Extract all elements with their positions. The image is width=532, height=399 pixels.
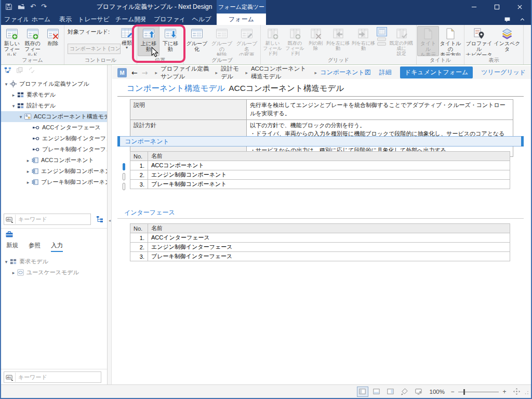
tree-item[interactable]: ▸ ブレーキ制御コンポーネント (1, 177, 107, 188)
row-option-icon[interactable] (377, 42, 386, 46)
row-name[interactable]: エンジン制御インターフェース (148, 243, 510, 252)
tree-item-selected[interactable]: ▾ ACCコンポーネント構造モデル (1, 111, 107, 122)
grid-style-toggle[interactable] (377, 27, 387, 36)
close-button[interactable] (508, 0, 531, 14)
view-details[interactable]: 詳細 (379, 68, 392, 77)
breadcrumb-item[interactable]: 設計モデル (221, 65, 242, 81)
expander-icon[interactable]: ▾ (3, 82, 9, 87)
expander-icon[interactable]: ▾ (18, 114, 24, 119)
move-up-button[interactable]: 上に移動 (138, 26, 159, 56)
tree-item[interactable]: ブレーキ制御インターフェース (1, 144, 107, 155)
layout-vertical-button[interactable] (385, 387, 396, 397)
tab-reference[interactable]: 参照 (29, 242, 41, 252)
table-row[interactable]: 3. ブレーキ制御インターフェース (130, 252, 510, 261)
minimize-button[interactable] (462, 0, 485, 14)
property-value[interactable]: 先行車を検出してエンジンとブレーキを統合制御することでアダプティブ・クルーズ・コ… (247, 100, 513, 120)
undo-icon[interactable]: ↶ (30, 0, 36, 14)
tab-team[interactable]: チーム開発 (115, 14, 145, 25)
open-icon[interactable] (18, 3, 25, 10)
forward-icon[interactable]: → (142, 69, 148, 77)
group-button[interactable]: グループ化 (184, 26, 209, 56)
pan-button[interactable] (511, 387, 522, 397)
row-drag-handle[interactable] (123, 173, 125, 180)
tab-help[interactable]: ヘルプ (191, 14, 212, 25)
expander-icon[interactable]: ▾ (10, 103, 17, 109)
expander-icon[interactable]: ▸ (25, 169, 31, 174)
breadcrumb-item[interactable]: ACCコンポーネント構造モデル (251, 65, 312, 81)
kind-button[interactable]: 種類 ▾ (118, 25, 136, 56)
table-row[interactable]: 2. エンジン制御インターフェース (130, 243, 510, 252)
keyword-search-input[interactable] (16, 216, 90, 222)
delete-field-button[interactable]: 削除 (43, 26, 63, 56)
delete-column-button[interactable]: 列の削除 (306, 26, 325, 56)
new-field-button[interactable]: 新しい フィールド (2, 26, 22, 56)
move-down-button[interactable]: 下に移動 (159, 26, 181, 56)
row-name[interactable]: エンジン制御コンポーネント (148, 170, 510, 180)
table-row[interactable]: 3. ブレーキ制御コンポーネント (130, 180, 510, 189)
row-option-icon[interactable] (377, 37, 386, 41)
tab-new[interactable]: 新規 (6, 242, 18, 252)
sync-icon[interactable] (28, 66, 35, 74)
resize-grip-icon[interactable] (522, 388, 529, 395)
tab-file[interactable]: ファイル (4, 14, 28, 25)
model-tree-icon[interactable] (4, 66, 11, 74)
collapse-ribbon-icon[interactable] (519, 16, 526, 23)
expander-icon[interactable]: ▸ (10, 270, 17, 275)
format-painter-button[interactable] (399, 387, 410, 397)
view-tree-grid[interactable]: ツリーグリッド (481, 68, 526, 77)
default-columns-button[interactable]: 既定の列構成に 設定 (387, 26, 416, 56)
zoom-out-button[interactable]: − (449, 388, 456, 395)
table-row[interactable]: 1. ACCコンポーネント (130, 161, 510, 170)
table-row[interactable]: 2. エンジン制御コンポーネント (130, 170, 510, 180)
row-drag-handle[interactable] (123, 183, 125, 190)
title-direction-button[interactable]: タイトルの 表示方向▾ (439, 26, 462, 56)
show-title-button[interactable]: タイトル を表示 (417, 26, 439, 56)
tab-form[interactable]: フォーム (217, 14, 266, 25)
tree-item[interactable]: ▾ 設計モデル (1, 100, 107, 111)
tree-item[interactable]: ▸ エンジン制御コンポーネント (1, 166, 107, 177)
maximize-button[interactable] (485, 0, 508, 14)
tree-item[interactable]: ▾ 要求モデル (1, 256, 107, 267)
keyword-search-input[interactable] (16, 374, 101, 380)
tree-item[interactable]: ACCインターフェース (1, 122, 107, 133)
view-component-diagram[interactable]: コンポーネント図 (320, 68, 371, 77)
expander-icon[interactable]: ▸ (10, 92, 17, 98)
row-drag-handle[interactable] (123, 163, 125, 170)
zoom-slider-thumb[interactable] (463, 389, 465, 395)
view-document-form[interactable]: ドキュメントフォーム (400, 66, 473, 78)
inspector-button[interactable]: インスペクタ (493, 26, 521, 56)
tree-item[interactable]: ▸ ユースケースモデル (1, 267, 107, 278)
expander-icon[interactable]: ▸ (25, 180, 31, 185)
redo-icon[interactable]: ↷ (41, 0, 47, 14)
tab-input[interactable]: 入力 (51, 242, 63, 252)
feedback-icon[interactable] (504, 16, 511, 23)
expander-icon[interactable]: ▸ (25, 158, 31, 163)
tab-traceability[interactable]: トレーサビリティ (78, 14, 110, 25)
existing-field-button[interactable]: 既存の フィールド (22, 26, 43, 56)
tree-item[interactable]: エンジン制御インターフェース (1, 133, 107, 144)
section-header-interfaces[interactable]: インターフェース (117, 208, 524, 219)
panel-splitter[interactable]: ◂ (108, 65, 112, 384)
rename-group-button[interactable]: グループ名 の変更 (234, 26, 259, 56)
move-column-left-button[interactable]: 列を左に移動 (325, 26, 351, 56)
tab-home[interactable]: ホーム (30, 14, 52, 25)
tree-item[interactable]: ▸ ACCコンポーネント (1, 155, 107, 166)
tree-filter-button[interactable] (94, 214, 105, 225)
zoom-in-button[interactable]: + (501, 388, 508, 395)
expander-icon[interactable]: ▾ (3, 259, 9, 264)
move-column-right-button[interactable]: 列を右に移動 (351, 26, 376, 56)
ungroup-button[interactable]: グループの 解除 (209, 26, 234, 56)
layout-single-button[interactable] (357, 387, 368, 397)
tree-item[interactable]: ▾ プロファイル定義サンプル (1, 78, 107, 89)
copy-icon[interactable] (16, 66, 23, 74)
row-name[interactable]: ブレーキ制御コンポーネント (148, 180, 510, 189)
tab-profile[interactable]: プロファイル (154, 14, 184, 25)
zoom-slider[interactable] (458, 388, 499, 395)
presentation-button[interactable] (413, 387, 424, 397)
new-field-column-button[interactable]: 新しい フィールド列 (261, 26, 284, 56)
row-name[interactable]: ブレーキ制御インターフェース (148, 252, 510, 261)
back-icon[interactable]: ← (131, 69, 138, 77)
table-row[interactable]: 1. ACCインターフェース (130, 233, 510, 243)
collapse-panel-icon[interactable]: ◂ (108, 218, 112, 223)
tree-item[interactable]: ▸ 要求モデル (1, 89, 107, 100)
